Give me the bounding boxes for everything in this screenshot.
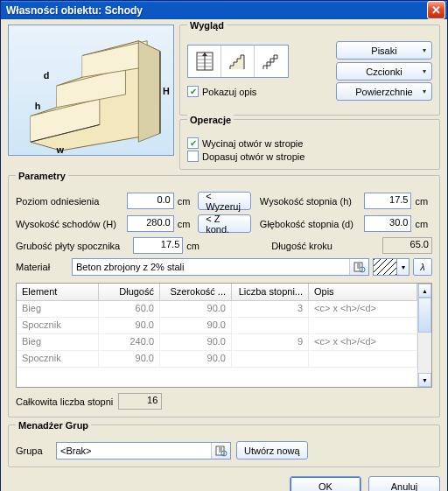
view-section-icon[interactable] [255, 46, 288, 77]
dialog-window: Własności obiektu: Schody ✕ d h w H [0, 0, 448, 491]
poziom-input[interactable]: 0.0 [127, 193, 174, 209]
svg-text:H: H [163, 86, 170, 96]
table-row[interactable]: Bieg60.090.03<c> x <h>/<d> [17, 301, 417, 318]
wycinaj-checkbox[interactable]: ✔ [187, 137, 199, 149]
gleb-stopnia-input[interactable]: 30.0 [364, 215, 411, 232]
col-element[interactable]: Element [17, 284, 99, 300]
ok-button[interactable]: OK [290, 476, 361, 491]
material-combo[interactable]: Beton zbrojony z 2% stali [72, 258, 369, 276]
wyglad-group: Wygląd Pisaki▾ Czcionki▾ [179, 25, 440, 116]
col-opis[interactable]: Opis [309, 284, 417, 300]
operacje-legend: Operacje [187, 115, 234, 125]
total-value: 16 [118, 393, 162, 410]
close-icon[interactable]: ✕ [427, 1, 445, 19]
col-dlugosc[interactable]: Długość [99, 284, 160, 300]
cancel-button[interactable]: Anuluj [368, 476, 440, 491]
wys-stopnia-input[interactable]: 17.5 [364, 193, 411, 209]
menadzer-legend: Menadżer Grup [16, 420, 91, 431]
grupa-combo[interactable]: <Brak> [56, 442, 231, 459]
parametry-group: Parametry Poziom odniesienia 0.0 cm < Wy… [8, 175, 440, 417]
svg-text:d: d [44, 70, 50, 81]
grubosc-input[interactable]: 17.5 [133, 237, 183, 254]
view-plan-icon[interactable] [188, 46, 221, 77]
scroll-up-icon[interactable]: ▲ [418, 284, 431, 298]
stairs-diagram: d h w H [8, 25, 174, 156]
wycinaj-label: Wycinaj otwór w stropie [202, 138, 303, 149]
dopasuj-checkbox[interactable] [187, 151, 199, 162]
parametry-legend: Parametry [16, 171, 68, 181]
powierzchnie-button[interactable]: Powierzchnie▾ [336, 82, 432, 101]
wyzeruj-button[interactable]: < Wyzeruj [198, 192, 251, 210]
grubosc-label: Grubość płyty spocznika [16, 241, 130, 251]
view-side-icon[interactable] [221, 46, 255, 77]
table-row[interactable]: Spocznik90.090.0 [17, 351, 417, 368]
dopasuj-label: Dopasuj otwór w stropie [202, 151, 304, 162]
svg-marker-1 [138, 41, 160, 142]
gleb-stopnia-label: Głębokość stopnia (d) [260, 219, 360, 229]
wys-schodow-input[interactable]: 280.0 [127, 215, 174, 232]
poziom-label: Poziom odniesienia [16, 196, 123, 207]
operacje-group: Operacje ✔ Wycinaj otwór w stropie Dopas… [179, 119, 440, 170]
grid-scrollbar[interactable]: ▲ ▼ [417, 284, 431, 387]
pokazuj-opis-checkbox[interactable]: ✔ [187, 86, 199, 97]
material-browse-icon[interactable] [349, 259, 368, 275]
col-szerokosc[interactable]: Szerokość ... [160, 284, 232, 300]
menadzer-group: Menadżer Grup Grupa <Brak> Utwórz nową [8, 424, 440, 467]
material-label: Materiał [16, 262, 68, 272]
grupa-browse-icon[interactable] [211, 443, 230, 459]
dl-kroku-value: 65.0 [382, 237, 432, 254]
czcionki-button[interactable]: Czcionki▾ [336, 62, 432, 81]
window-title: Własności obiektu: Schody [6, 4, 427, 17]
total-label: Całkowita liczba stopni [16, 396, 113, 407]
zkond-button[interactable]: < Z kond. [198, 214, 251, 233]
pokazuj-opis-label: Pokazuj opis [202, 87, 256, 97]
hatch-pattern-combo[interactable]: ▾ [373, 258, 410, 276]
lambda-button[interactable]: λ [413, 258, 432, 276]
view-toggle-group [187, 45, 289, 78]
col-liczba[interactable]: Liczba stopni... [232, 284, 309, 300]
scroll-down-icon[interactable]: ▼ [418, 373, 431, 387]
wys-schodow-label: Wysokość schodów (H) [16, 219, 123, 229]
table-row[interactable]: Spocznik90.090.0 [17, 318, 417, 334]
titlebar: Własności obiektu: Schody ✕ [1, 1, 447, 19]
wys-stopnia-label: Wysokość stopnia (h) [260, 196, 360, 207]
svg-text:w: w [56, 144, 65, 155]
dl-kroku-label: Długość kroku [271, 241, 379, 251]
elements-grid: Element Długość Szerokość ... Liczba sto… [16, 283, 432, 388]
pisaki-button[interactable]: Pisaki▾ [336, 41, 432, 60]
table-row[interactable]: Bieg240.090.09<c> x <h>/<d> [17, 334, 417, 351]
svg-marker-14 [202, 53, 207, 56]
wyglad-legend: Wygląd [187, 20, 227, 31]
grupa-label: Grupa [16, 445, 51, 456]
svg-text:h: h [35, 101, 41, 111]
new-group-button[interactable]: Utwórz nową [236, 441, 308, 459]
